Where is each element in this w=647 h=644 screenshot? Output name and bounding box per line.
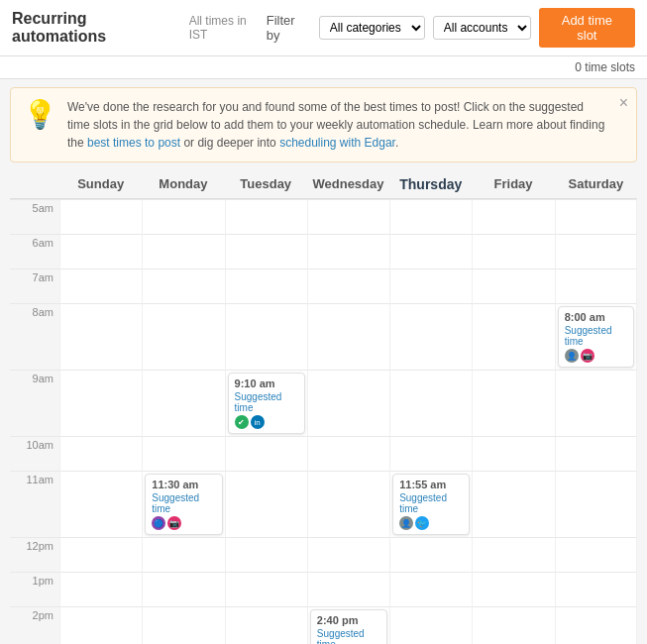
saturday-header: Saturday	[555, 170, 637, 199]
cell-thu-8am[interactable]	[389, 303, 472, 370]
cell-sat-9am[interactable]	[555, 370, 637, 436]
cell-mon-2pm[interactable]	[142, 606, 224, 644]
cell-sun-7am[interactable]	[59, 268, 142, 303]
suggested-slot-sat-8am[interactable]: 8:00 am Suggested time 👤 📷	[558, 306, 634, 368]
cell-sun-11am[interactable]	[59, 471, 142, 537]
cell-tue-5am[interactable]	[225, 199, 307, 234]
cell-sun-2pm[interactable]	[59, 606, 142, 644]
cell-wed-5am[interactable]	[307, 199, 389, 234]
best-times-link[interactable]: best times to post	[87, 136, 180, 150]
cell-wed-9am[interactable]	[307, 370, 389, 436]
cell-tue-6am[interactable]	[225, 234, 307, 268]
cell-thu-9am[interactable]	[389, 370, 472, 436]
cell-thu-11am[interactable]: 11:55 am Suggested time 👤 🐦	[389, 471, 472, 537]
cell-thu-7am[interactable]	[389, 268, 472, 303]
cell-wed-2pm[interactable]: 2:40 pm Suggested time 👤 f 🔵 🐦	[307, 606, 389, 644]
cell-thu-6am[interactable]	[389, 234, 472, 268]
cell-sat-10am[interactable]	[555, 436, 637, 471]
cell-tue-1pm[interactable]	[225, 572, 307, 606]
thursday-header: Thursday	[389, 170, 472, 199]
cell-sat-5am[interactable]	[555, 199, 637, 234]
cell-fri-12pm[interactable]	[472, 537, 554, 572]
cell-wed-6am[interactable]	[307, 234, 389, 268]
cell-wed-12pm[interactable]	[307, 537, 389, 572]
cell-wed-8am[interactable]	[307, 303, 389, 370]
cell-mon-5am[interactable]	[142, 199, 224, 234]
cell-fri-9am[interactable]	[472, 370, 554, 436]
cell-mon-12pm[interactable]	[142, 537, 224, 572]
row-1pm: 1pm	[10, 572, 637, 606]
time-label-10am: 10am	[10, 436, 59, 471]
instagram-icon: 📷	[581, 349, 594, 363]
cell-mon-1pm[interactable]	[142, 572, 224, 606]
cell-mon-10am[interactable]	[142, 436, 224, 471]
cell-sun-10am[interactable]	[59, 436, 142, 471]
suggested-slot-mon-11am[interactable]: 11:30 am Suggested time 🔵 📷	[145, 474, 222, 535]
cell-mon-11am[interactable]: 11:30 am Suggested time 🔵 📷	[142, 471, 224, 537]
cell-thu-10am[interactable]	[389, 436, 472, 471]
scheduling-link[interactable]: scheduling with Edgar	[279, 136, 395, 150]
suggested-slot-tue-9am[interactable]: 9:10 am Suggested time ✔ in	[228, 373, 305, 434]
cell-fri-5am[interactable]	[472, 199, 554, 234]
cell-tue-12pm[interactable]	[225, 537, 307, 572]
cell-wed-10am[interactable]	[307, 436, 389, 471]
row-2pm: 2pm 2:40 pm Suggested time 👤 f 🔵 🐦	[10, 606, 637, 644]
cell-sat-2pm[interactable]	[555, 606, 637, 644]
suggested-slot-thu-11am[interactable]: 11:55 am Suggested time 👤 🐦	[392, 474, 470, 535]
cell-sat-6am[interactable]	[555, 234, 637, 268]
cell-sat-12pm[interactable]	[555, 537, 637, 572]
slot-icons: 🔵 📷	[152, 516, 215, 530]
cell-tue-11am[interactable]	[225, 471, 307, 537]
slot-icons: 👤 📷	[565, 349, 627, 363]
cell-fri-2pm[interactable]	[472, 606, 554, 644]
cell-sun-8am[interactable]	[59, 303, 142, 370]
cell-fri-7am[interactable]	[472, 268, 554, 303]
cell-sat-8am[interactable]: 8:00 am Suggested time 👤 📷	[555, 303, 637, 370]
cell-fri-6am[interactable]	[472, 234, 554, 268]
top-bar: Recurring automations All times in IST F…	[0, 0, 647, 56]
cell-tue-2pm[interactable]	[225, 606, 307, 644]
monday-header: Monday	[142, 170, 224, 199]
cell-wed-7am[interactable]	[307, 268, 389, 303]
cell-thu-12pm[interactable]	[389, 537, 472, 572]
cell-thu-1pm[interactable]	[389, 572, 472, 606]
cell-tue-10am[interactable]	[225, 436, 307, 471]
suggested-slot-wed-2pm[interactable]: 2:40 pm Suggested time 👤 f 🔵 🐦	[310, 609, 387, 644]
cell-sun-1pm[interactable]	[59, 572, 142, 606]
add-time-slot-button[interactable]: Add time slot	[539, 8, 635, 48]
cell-sun-5am[interactable]	[59, 199, 142, 234]
time-column-header	[10, 170, 59, 199]
cell-mon-8am[interactable]	[142, 303, 224, 370]
cell-mon-9am[interactable]	[142, 370, 224, 436]
cell-tue-9am[interactable]: 9:10 am Suggested time ✔ in	[225, 370, 307, 436]
cell-tue-8am[interactable]	[225, 303, 307, 370]
cell-fri-11am[interactable]	[472, 471, 554, 537]
user-icon: 👤	[399, 516, 413, 530]
cell-fri-10am[interactable]	[472, 436, 554, 471]
filter-label: Filter by	[267, 13, 311, 43]
cell-mon-6am[interactable]	[142, 234, 224, 268]
cell-thu-2pm[interactable]	[389, 606, 472, 644]
account-filter[interactable]: All accounts	[433, 16, 531, 40]
time-label-11am: 11am	[10, 471, 59, 537]
cell-sun-9am[interactable]	[59, 370, 142, 436]
cell-thu-5am[interactable]	[389, 199, 472, 234]
info-banner: 💡 We've done the research for you and fo…	[10, 87, 637, 162]
slot-time: 8:00 am	[565, 311, 627, 323]
cell-sun-6am[interactable]	[59, 234, 142, 268]
cell-fri-1pm[interactable]	[472, 572, 554, 606]
category-filter[interactable]: All categories	[319, 16, 425, 40]
multi-icon: 🔵	[152, 516, 165, 530]
cell-sat-11am[interactable]	[555, 471, 637, 537]
cell-sat-7am[interactable]	[555, 268, 637, 303]
cell-sun-12pm[interactable]	[59, 537, 142, 572]
wednesday-header: Wednesday	[307, 170, 389, 199]
close-banner-button[interactable]: ×	[619, 94, 628, 112]
cell-wed-11am[interactable]	[307, 471, 389, 537]
cell-tue-7am[interactable]	[225, 268, 307, 303]
cell-wed-1pm[interactable]	[307, 572, 389, 606]
cell-fri-8am[interactable]	[472, 303, 554, 370]
cell-mon-7am[interactable]	[142, 268, 224, 303]
cell-sat-1pm[interactable]	[555, 572, 637, 606]
page-subtitle: All times in IST	[189, 14, 267, 42]
